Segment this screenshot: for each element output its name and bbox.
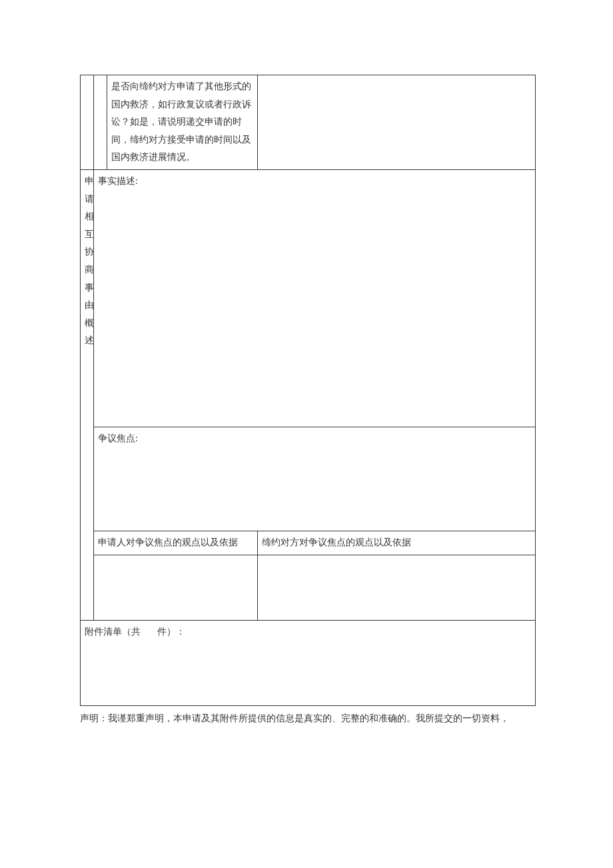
counterparty-view-header: 缔约对方对争议焦点的观点以及依据 xyxy=(258,531,536,555)
attachments-list-cell[interactable]: 附件清单（共 件）： xyxy=(81,620,536,705)
declaration-text: 声明：我谨郑重声明，本申请及其附件所提供的信息是真实的、完整的和准确的。我所提交… xyxy=(80,706,536,728)
facts-description-label: 事实描述: xyxy=(98,176,138,186)
applicant-view-header: 申请人对争议焦点的观点以及依据 xyxy=(94,531,258,555)
row1-col2-empty xyxy=(94,75,107,170)
counterparty-view-content[interactable] xyxy=(258,555,536,620)
attachments-prefix: 附件清单（共 xyxy=(85,627,141,637)
domestic-remedy-answer[interactable] xyxy=(258,75,536,170)
attachments-suffix: 件）： xyxy=(157,627,185,637)
domestic-remedy-question: 是否向缔约对方申请了其他形式的国内救济，如行政复议或者行政诉讼？如是，请说明递交… xyxy=(107,75,258,170)
dispute-focus-label: 争议焦点: xyxy=(98,433,138,443)
row1-col1-empty xyxy=(81,75,94,170)
dispute-focus-cell[interactable]: 争议焦点: xyxy=(94,427,536,531)
application-form-table: 是否向缔约对方申请了其他形式的国内救济，如行政复议或者行政诉讼？如是，请说明递交… xyxy=(80,75,536,706)
applicant-view-content[interactable] xyxy=(94,555,258,620)
facts-description-cell[interactable]: 事实描述: xyxy=(94,169,536,427)
consultation-summary-label: 申 请 相 互 协 商 事 由 概 述 xyxy=(81,169,94,620)
